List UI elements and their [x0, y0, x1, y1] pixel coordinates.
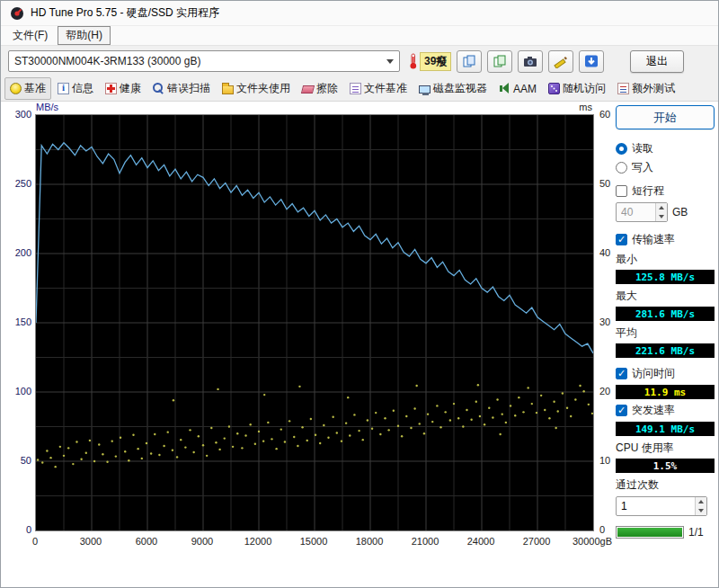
access-time-dot [146, 442, 147, 444]
access-time-dot [93, 460, 95, 462]
access-time-dot [158, 454, 160, 456]
chevron-down-icon [386, 59, 394, 64]
access-time-dot [250, 423, 252, 425]
access-time-dot [176, 456, 178, 458]
progress-label: 1/1 [688, 526, 704, 539]
access-time-dot [419, 423, 421, 424]
cpu-usage-label: CPU 使用率 [616, 441, 715, 456]
access-time-value: 11.9 ms [616, 385, 715, 399]
access-time-dot [492, 416, 493, 418]
access-time-dot [477, 384, 479, 386]
access-time-dot [345, 422, 347, 423]
access-time-checkbox[interactable] [616, 368, 627, 379]
left-axis-unit: MB/s [36, 102, 58, 112]
access-time-dot [413, 407, 415, 409]
tab-file-benchmark[interactable]: 文件基准 [344, 77, 413, 100]
access-time-dot [439, 426, 441, 428]
menu-file[interactable]: 文件(F) [4, 26, 56, 45]
tab-benchmark[interactable]: 基准 [4, 77, 51, 100]
tab-label: 随机访问 [563, 81, 606, 96]
access-time-dot [548, 417, 550, 419]
access-time-dot [262, 440, 264, 441]
copy-text-button[interactable] [487, 50, 512, 73]
tab-aam[interactable]: AAM [493, 79, 542, 99]
access-time-dot [518, 396, 519, 398]
transfer-rate-label: 传输速率 [632, 232, 675, 247]
write-radio[interactable] [616, 162, 627, 174]
drive-select-combobox[interactable]: ST30000NM004K-3RM133 (30000 gB) [8, 50, 400, 72]
access-time-dot [275, 448, 277, 450]
tab-label: 额外测试 [632, 81, 675, 96]
save-button[interactable] [579, 50, 604, 73]
burst-rate-row: 突发速率 [616, 403, 715, 418]
access-time-dot [263, 394, 265, 396]
thermometer-icon [409, 53, 418, 69]
right-axis-tick: 30 [599, 316, 610, 327]
progress-fill [617, 528, 682, 537]
short-stroke-checkbox[interactable] [616, 185, 627, 197]
left-axis-tick: 50 [4, 455, 31, 466]
left-axis-tick: 200 [4, 247, 31, 258]
x-axis-tick: 0 [10, 536, 60, 547]
tab-random-access[interactable]: 随机访问 [543, 77, 611, 100]
write-option-row: 写入 [616, 160, 715, 175]
access-time-dot [298, 386, 300, 388]
tab-folder-usage[interactable]: 文件夹使用 [217, 77, 296, 100]
access-time-dot [555, 427, 556, 429]
tab-erase[interactable]: 擦除 [297, 77, 343, 100]
access-time-dot [310, 418, 312, 420]
short-stroke-spinner[interactable] [655, 203, 667, 221]
left-axis-tick: 250 [4, 178, 31, 189]
access-time-dot [315, 434, 316, 436]
x-axis-tick: 24000 [456, 536, 506, 547]
copy-button[interactable] [457, 50, 482, 73]
exit-button[interactable]: 退出 [630, 50, 684, 73]
color-settings-button[interactable] [548, 50, 573, 73]
burst-rate-checkbox[interactable] [616, 405, 627, 416]
pass-count-row [616, 496, 715, 516]
progress-row: 1/1 [616, 526, 715, 539]
min-label: 最小 [616, 252, 715, 267]
access-time-dot [496, 398, 498, 400]
access-time-dot [479, 415, 481, 417]
x-axis-tick: 3000 [66, 536, 116, 547]
access-time-dot [154, 433, 155, 435]
access-time-dot [323, 424, 324, 426]
tab-extra-tests[interactable]: 额外测试 [612, 77, 680, 100]
tab-disk-monitor[interactable]: 磁盘监视器 [413, 77, 493, 100]
access-time-dot [332, 416, 333, 418]
access-time-dot [67, 447, 69, 449]
access-time-dot [536, 412, 537, 414]
pass-count-input[interactable] [616, 496, 707, 516]
access-time-label: 访问时间 [632, 366, 675, 381]
access-time-dot [379, 433, 381, 435]
access-time-dot [297, 445, 298, 447]
access-time-dot [202, 444, 204, 446]
screenshot-button[interactable] [518, 50, 543, 73]
x-axis-tick: 6000 [121, 536, 172, 547]
access-time-dot [137, 448, 138, 450]
access-time-dot [470, 419, 472, 421]
access-time-dot [499, 433, 501, 435]
tab-health[interactable]: 健康 [100, 77, 146, 100]
access-time-dot [591, 413, 593, 414]
access-time-dot [544, 409, 546, 411]
access-time-dot [210, 427, 212, 429]
x-axis-tick: 21000 [400, 536, 450, 547]
pass-count-spinner[interactable] [695, 497, 706, 515]
access-time-dot [241, 447, 243, 449]
short-stroke-row: 短行程 [616, 183, 715, 199]
tab-info[interactable]: 信息 [52, 77, 99, 100]
tab-label: 磁盘监视器 [433, 81, 487, 96]
short-stroke-label: 短行程 [632, 183, 664, 199]
access-time-dot [510, 405, 511, 406]
access-time-dot [280, 428, 282, 430]
read-radio[interactable] [616, 143, 627, 155]
tab-label: 错误扫描 [167, 81, 210, 96]
access-time-dot [180, 439, 182, 441]
transfer-rate-checkbox[interactable] [616, 234, 627, 245]
start-button[interactable]: 开始 [616, 105, 715, 129]
menu-help[interactable]: 帮助(H) [58, 26, 111, 45]
tab-error-scan[interactable]: 错误扫描 [147, 77, 216, 100]
left-axis-tick: 300 [4, 109, 31, 120]
